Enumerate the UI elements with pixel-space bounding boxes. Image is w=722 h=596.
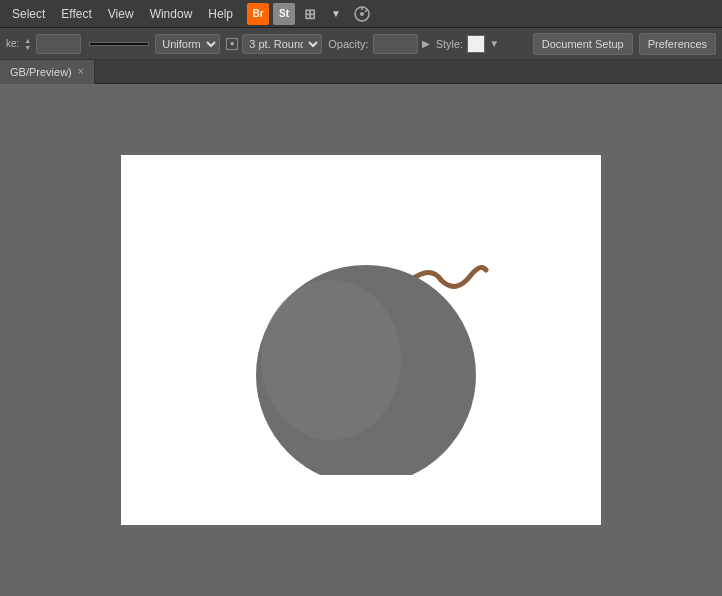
- opacity-arrow[interactable]: ▶: [422, 38, 430, 49]
- toolbar: ke: ▲ ▼ 10 pt Uniform ● 3 pt. Round Opac…: [0, 28, 722, 60]
- stroke-type-group: Uniform: [87, 34, 220, 54]
- canvas[interactable]: [121, 155, 601, 525]
- stroke-down-arrow[interactable]: ▼: [23, 44, 32, 51]
- stroke-size-input[interactable]: 10 pt: [36, 34, 81, 54]
- app-icons: Br St ⊞ ▼: [247, 3, 373, 25]
- stroke-size-group: ke: ▲ ▼ 10 pt: [6, 34, 81, 54]
- svg-point-1: [360, 12, 364, 16]
- opacity-label: Opacity:: [328, 38, 368, 50]
- menu-view[interactable]: View: [100, 3, 142, 25]
- stroke-up-arrow[interactable]: ▲: [23, 37, 32, 44]
- stroke-width-select[interactable]: 3 pt. Round: [242, 34, 322, 54]
- style-label: Style:: [436, 38, 464, 50]
- stroke-type-select[interactable]: Uniform: [155, 34, 220, 54]
- menu-effect[interactable]: Effect: [53, 3, 99, 25]
- preferences-button[interactable]: Preferences: [639, 33, 716, 55]
- stroke-preview: [89, 42, 149, 46]
- tab-label: GB/Preview): [10, 66, 72, 78]
- menu-bar: Select Effect View Window Help Br St ⊞ ▼: [0, 0, 722, 28]
- stroke-width-icon: ●: [226, 38, 238, 50]
- menu-select[interactable]: Select: [4, 3, 53, 25]
- stock-icon[interactable]: St: [273, 3, 295, 25]
- bomb-illustration: [221, 205, 501, 475]
- document-tab[interactable]: GB/Preview) ×: [0, 60, 95, 84]
- style-group: Style: ▼: [436, 35, 499, 53]
- tab-bar: GB/Preview) ×: [0, 60, 722, 84]
- stroke-size-label: ke:: [6, 38, 19, 49]
- bridge-icon[interactable]: Br: [247, 3, 269, 25]
- style-dropdown-arrow[interactable]: ▼: [489, 38, 499, 49]
- tab-close-button[interactable]: ×: [78, 66, 84, 77]
- grid-icon[interactable]: ⊞: [299, 3, 321, 25]
- menu-window[interactable]: Window: [142, 3, 201, 25]
- opacity-group: Opacity: 100% ▶: [328, 34, 429, 54]
- chevron-icon[interactable]: ▼: [325, 3, 347, 25]
- stroke-width-group: ● 3 pt. Round: [226, 34, 322, 54]
- svg-line-3: [365, 9, 367, 11]
- apps-icon[interactable]: [351, 3, 373, 25]
- canvas-top-strip: [0, 84, 722, 144]
- opacity-input[interactable]: 100%: [373, 34, 418, 54]
- stroke-size-arrows[interactable]: ▲ ▼: [23, 37, 32, 51]
- svg-point-7: [256, 265, 476, 475]
- document-setup-button[interactable]: Document Setup: [533, 33, 633, 55]
- canvas-area: [0, 84, 722, 596]
- menu-help[interactable]: Help: [200, 3, 241, 25]
- style-swatch[interactable]: [467, 35, 485, 53]
